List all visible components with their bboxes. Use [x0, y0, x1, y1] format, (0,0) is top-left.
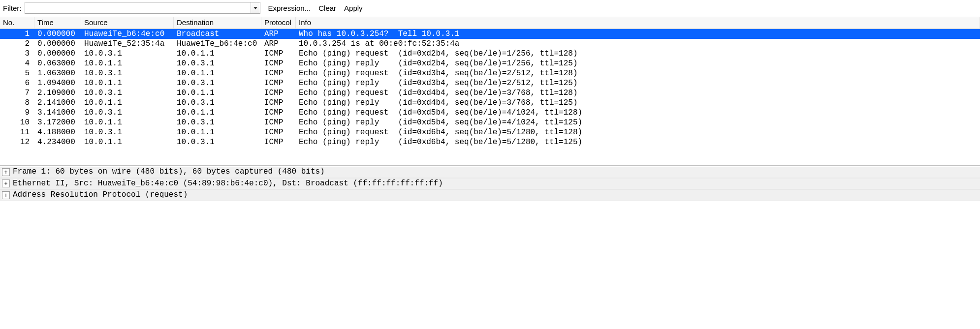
chevron-down-icon — [253, 7, 257, 9]
packet-cell-time[interactable]: 4.188000 — [34, 127, 81, 137]
packet-cell-source[interactable]: 10.0.1.1 — [81, 98, 174, 108]
packet-cell-time[interactable]: 0.000000 — [34, 49, 81, 59]
packet-cell-source[interactable]: HuaweiTe_52:35:4a — [81, 39, 174, 49]
packet-list[interactable]: No. Time Source Destination Protocol Inf… — [0, 17, 980, 165]
expand-icon[interactable]: + — [2, 168, 10, 176]
packet-cell-protocol[interactable]: ICMP — [261, 98, 296, 108]
packet-cell-destination[interactable]: 10.0.3.1 — [174, 78, 261, 88]
packet-cell-source[interactable]: 10.0.1.1 — [81, 78, 174, 88]
packet-cell-info[interactable]: Echo (ping) reply (id=0xd2b4, seq(be/le)… — [296, 59, 980, 68]
packet-cell-destination[interactable]: 10.0.3.1 — [174, 98, 261, 108]
expand-icon[interactable]: + — [2, 179, 10, 187]
packet-cell-protocol[interactable]: ARP — [261, 29, 296, 39]
packet-cell-destination[interactable]: 10.0.1.1 — [174, 108, 261, 118]
packet-cell-destination[interactable]: 10.0.3.1 — [174, 118, 261, 127]
packet-cell-protocol[interactable]: ICMP — [261, 118, 296, 127]
packet-cell-no[interactable]: 1 — [0, 29, 34, 39]
packet-cell-protocol[interactable]: ICMP — [261, 88, 296, 98]
packet-cell-source[interactable]: 10.0.3.1 — [81, 88, 174, 98]
packet-cell-protocol[interactable]: ICMP — [261, 78, 296, 88]
packet-cell-source[interactable]: 10.0.1.1 — [81, 59, 174, 68]
column-header-time[interactable]: Time — [34, 17, 81, 29]
packet-cell-no[interactable]: 9 — [0, 108, 34, 118]
packet-cell-info[interactable]: 10.0.3.254 is at 00:e0:fc:52:35:4a — [296, 39, 980, 49]
packet-cell-no[interactable]: 3 — [0, 49, 34, 59]
packet-cell-no[interactable]: 8 — [0, 98, 34, 108]
packet-cell-time[interactable]: 1.063000 — [34, 68, 81, 78]
packet-cell-time[interactable]: 2.141000 — [34, 98, 81, 108]
packet-cell-time[interactable]: 0.000000 — [34, 29, 81, 39]
packet-cell-info[interactable]: Echo (ping) request (id=0xd5b4, seq(be/l… — [296, 108, 980, 118]
packet-cell-source[interactable]: 10.0.3.1 — [81, 127, 174, 137]
packet-cell-no[interactable]: 4 — [0, 59, 34, 68]
packet-cell-protocol[interactable]: ICMP — [261, 137, 296, 147]
filter-toolbar: Filter: Expression... Clear Apply — [0, 0, 980, 17]
packet-cell-source[interactable]: 10.0.1.1 — [81, 118, 174, 127]
packet-cell-protocol[interactable]: ICMP — [261, 59, 296, 68]
column-header-info[interactable]: Info — [296, 17, 980, 29]
packet-cell-no[interactable]: 11 — [0, 127, 34, 137]
packet-cell-source[interactable]: 10.0.3.1 — [81, 49, 174, 59]
column-header-protocol[interactable]: Protocol — [261, 17, 296, 29]
packet-cell-info[interactable]: Echo (ping) request (id=0xd3b4, seq(be/l… — [296, 68, 980, 78]
clear-button[interactable]: Clear — [318, 4, 336, 12]
filter-dropdown-button[interactable] — [251, 2, 260, 13]
filter-input[interactable] — [25, 2, 251, 13]
filter-combo — [25, 2, 260, 14]
column-header-source[interactable]: Source — [81, 17, 174, 29]
packet-cell-destination[interactable]: 10.0.3.1 — [174, 59, 261, 68]
packet-cell-source[interactable]: 10.0.3.1 — [81, 108, 174, 118]
packet-cell-info[interactable]: Echo (ping) reply (id=0xd3b4, seq(be/le)… — [296, 78, 980, 88]
packet-cell-info[interactable]: Who has 10.0.3.254? Tell 10.0.3.1 — [296, 29, 980, 39]
packet-cell-destination[interactable]: 10.0.3.1 — [174, 137, 261, 147]
packet-cell-source[interactable]: HuaweiTe_b6:4e:c0 — [81, 29, 174, 39]
expression-button[interactable]: Expression... — [268, 4, 311, 12]
detail-row[interactable]: +Address Resolution Protocol (request) — [0, 189, 980, 201]
packet-cell-info[interactable]: Echo (ping) reply (id=0xd6b4, seq(be/le)… — [296, 137, 980, 147]
detail-text: Ethernet II, Src: HuaweiTe_b6:4e:c0 (54:… — [13, 179, 443, 189]
packet-cell-info[interactable]: Echo (ping) reply (id=0xd5b4, seq(be/le)… — [296, 118, 980, 127]
packet-cell-time[interactable]: 4.234000 — [34, 137, 81, 147]
packet-cell-source[interactable]: 10.0.3.1 — [81, 68, 174, 78]
column-header-no[interactable]: No. — [0, 17, 34, 29]
packet-cell-protocol[interactable]: ARP — [261, 39, 296, 49]
packet-cell-protocol[interactable]: ICMP — [261, 49, 296, 59]
column-header-destination[interactable]: Destination — [174, 17, 261, 29]
packet-cell-info[interactable]: Echo (ping) request (id=0xd4b4, seq(be/l… — [296, 88, 980, 98]
filter-label: Filter: — [3, 4, 22, 12]
packet-cell-destination[interactable]: 10.0.1.1 — [174, 88, 261, 98]
packet-cell-time[interactable]: 0.063000 — [34, 59, 81, 68]
packet-cell-time[interactable]: 0.000000 — [34, 39, 81, 49]
detail-row[interactable]: +Ethernet II, Src: HuaweiTe_b6:4e:c0 (54… — [0, 178, 980, 190]
packet-cell-time[interactable]: 3.141000 — [34, 108, 81, 118]
packet-cell-time[interactable]: 3.172000 — [34, 118, 81, 127]
apply-button[interactable]: Apply — [344, 4, 363, 12]
detail-text: Frame 1: 60 bytes on wire (480 bits), 60… — [13, 167, 325, 178]
packet-cell-time[interactable]: 2.109000 — [34, 88, 81, 98]
packet-cell-no[interactable]: 5 — [0, 68, 34, 78]
packet-cell-info[interactable]: Echo (ping) request (id=0xd6b4, seq(be/l… — [296, 127, 980, 137]
detail-row[interactable]: +Frame 1: 60 bytes on wire (480 bits), 6… — [0, 167, 980, 178]
packet-cell-destination[interactable]: Broadcast — [174, 29, 261, 39]
packet-cell-protocol[interactable]: ICMP — [261, 108, 296, 118]
packet-cell-destination[interactable]: 10.0.1.1 — [174, 68, 261, 78]
packet-cell-protocol[interactable]: ICMP — [261, 68, 296, 78]
packet-cell-info[interactable]: Echo (ping) request (id=0xd2b4, seq(be/l… — [296, 49, 980, 59]
packet-cell-destination[interactable]: 10.0.1.1 — [174, 127, 261, 137]
packet-cell-no[interactable]: 7 — [0, 88, 34, 98]
packet-cell-destination[interactable]: HuaweiTe_b6:4e:c0 — [174, 39, 261, 49]
packet-cell-no[interactable]: 12 — [0, 137, 34, 147]
packet-cell-destination[interactable]: 10.0.1.1 — [174, 49, 261, 59]
packet-cell-protocol[interactable]: ICMP — [261, 127, 296, 137]
expand-icon[interactable]: + — [2, 191, 10, 199]
packet-cell-time[interactable]: 1.094000 — [34, 78, 81, 88]
packet-details-pane[interactable]: +Frame 1: 60 bytes on wire (480 bits), 6… — [0, 165, 980, 324]
packet-cell-no[interactable]: 2 — [0, 39, 34, 49]
packet-cell-no[interactable]: 10 — [0, 118, 34, 127]
detail-text: Address Resolution Protocol (request) — [13, 190, 188, 201]
packet-cell-source[interactable]: 10.0.1.1 — [81, 137, 174, 147]
packet-cell-no[interactable]: 6 — [0, 78, 34, 88]
packet-cell-info[interactable]: Echo (ping) reply (id=0xd4b4, seq(be/le)… — [296, 98, 980, 108]
